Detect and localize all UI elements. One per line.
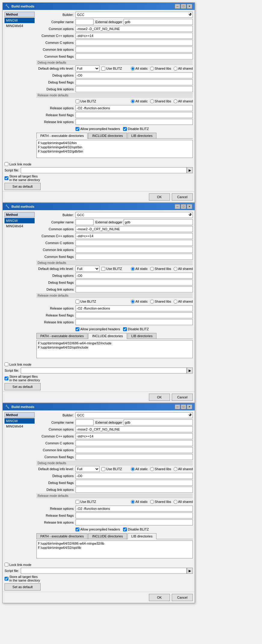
- release-fixed-flags-input[interactable]: [76, 312, 193, 318]
- use-blitz-debug-input[interactable]: [101, 67, 105, 71]
- path-item[interactable]: F:\upp\bin\mingw64/32/i686-w64-mingw32/i…: [37, 341, 192, 345]
- compiler-name-input[interactable]: [76, 19, 94, 25]
- release-shared-libs[interactable]: Shared libs: [150, 500, 171, 504]
- cancel-button[interactable]: Cancel: [172, 594, 193, 601]
- set-default-button[interactable]: Set as default: [5, 183, 41, 190]
- tab-lib-directories[interactable]: LIB directories: [128, 333, 156, 339]
- tab-path---executable-directories[interactable]: PATH - executable directories: [36, 333, 88, 339]
- script-file-input[interactable]: [21, 568, 187, 574]
- debug-options-input[interactable]: [76, 473, 193, 479]
- release-all-static[interactable]: All static: [131, 99, 148, 103]
- tab-path---executable-directories[interactable]: PATH - executable directories: [36, 533, 88, 539]
- script-browse-button[interactable]: ▶: [187, 568, 193, 574]
- debug-all-shared[interactable]: All shared: [174, 67, 193, 71]
- release-options-input[interactable]: [76, 305, 193, 311]
- store-target-checkbox[interactable]: Store all target filesin the same direct…: [5, 375, 40, 382]
- external-debugger-input[interactable]: [124, 19, 193, 25]
- store-target-input[interactable]: [5, 176, 8, 180]
- release-shared-libs[interactable]: Shared libs: [150, 99, 171, 103]
- minimize-button[interactable]: ─: [175, 4, 180, 9]
- release-shared-libs[interactable]: Shared libs: [150, 300, 171, 304]
- allow-precompiled-input[interactable]: [76, 327, 79, 331]
- debug-all-shared[interactable]: All shared: [174, 267, 193, 271]
- debug-shared-libs[interactable]: Shared libs: [150, 467, 171, 471]
- disable-blitz-checkbox[interactable]: Disable BLITZ: [123, 127, 149, 131]
- debug-options-input[interactable]: [76, 273, 193, 279]
- lock-link-mode-checkbox[interactable]: Lock link mode: [5, 563, 31, 567]
- tab-include-directories[interactable]: INCLUDE directories: [88, 533, 127, 539]
- maximize-button[interactable]: □: [181, 404, 186, 409]
- debug-link-options-input[interactable]: [76, 286, 193, 292]
- use-blitz-debug-checkbox[interactable]: Use BLITZ: [101, 467, 122, 471]
- method-item-mingw[interactable]: MINGW: [5, 218, 35, 223]
- tab-path---executable-directories[interactable]: PATH - executable directories: [36, 133, 88, 139]
- minimize-button[interactable]: ─: [175, 204, 180, 209]
- release-all-shared[interactable]: All shared: [174, 99, 193, 103]
- use-blitz-debug-input[interactable]: [101, 467, 105, 471]
- debug-fixed-flags-input[interactable]: [76, 280, 193, 286]
- script-file-input[interactable]: [21, 167, 187, 173]
- path-item[interactable]: F:\upp\bin\mingw64/32/opt/include: [37, 345, 192, 349]
- common-fixed-flags-input[interactable]: [76, 254, 193, 260]
- common-link-options-input[interactable]: [76, 47, 193, 53]
- tab-include-directories[interactable]: INCLUDE directories: [88, 333, 127, 339]
- maximize-button[interactable]: □: [181, 4, 186, 9]
- common-c-options-input[interactable]: [76, 440, 193, 446]
- debug-shared-libs[interactable]: Shared libs: [150, 67, 171, 71]
- debug-shared-libs[interactable]: Shared libs: [150, 267, 171, 271]
- release-all-static[interactable]: All static: [131, 300, 148, 304]
- path-item[interactable]: F:\upp\bin\mingw64/32/gdb/bin: [37, 149, 192, 153]
- method-item-mingwx64[interactable]: MINGWx64: [5, 424, 35, 429]
- debug-fixed-flags-input[interactable]: [76, 79, 193, 85]
- debug-options-input[interactable]: [76, 72, 193, 78]
- release-all-shared[interactable]: All shared: [174, 300, 193, 304]
- use-blitz-release-input[interactable]: [76, 300, 79, 304]
- disable-blitz-input[interactable]: [123, 528, 127, 531]
- debug-fixed-flags-input[interactable]: [76, 480, 193, 486]
- external-debugger-input[interactable]: [124, 219, 193, 225]
- use-blitz-release-checkbox[interactable]: Use BLITZ: [76, 500, 96, 504]
- method-item-mingwx64[interactable]: MINGWx64: [5, 223, 35, 229]
- release-all-shared[interactable]: All shared: [174, 500, 193, 504]
- script-file-input[interactable]: [21, 367, 187, 373]
- common-cpp-options-input[interactable]: [76, 233, 193, 239]
- script-browse-button[interactable]: ▶: [187, 367, 193, 373]
- use-blitz-release-checkbox[interactable]: Use BLITZ: [76, 300, 96, 304]
- close-button[interactable]: ✕: [187, 204, 192, 209]
- store-target-input[interactable]: [5, 577, 8, 581]
- use-blitz-debug-checkbox[interactable]: Use BLITZ: [101, 67, 122, 71]
- path-item[interactable]: F:\upp\bin\mingw64/32/bin: [37, 141, 192, 145]
- use-blitz-debug-checkbox[interactable]: Use BLITZ: [101, 267, 122, 271]
- common-c-options-input[interactable]: [76, 240, 193, 246]
- builder-select[interactable]: GCC: [76, 212, 193, 218]
- debug-all-static[interactable]: All static: [131, 267, 148, 271]
- lock-link-mode-input[interactable]: [5, 563, 8, 567]
- path-item[interactable]: F:\upp\bin\mingw64/32/opt/bin: [37, 145, 192, 149]
- allow-precompiled-checkbox[interactable]: Allow precompiled headers: [76, 528, 120, 531]
- allow-precompiled-checkbox[interactable]: Allow precompiled headers: [76, 127, 120, 131]
- tab-lib-directories[interactable]: LIB directories: [128, 133, 156, 138]
- release-link-options-input[interactable]: [76, 319, 193, 325]
- common-c-options-input[interactable]: [76, 40, 193, 46]
- use-blitz-release-input[interactable]: [76, 99, 79, 103]
- debug-link-options-input[interactable]: [76, 487, 193, 493]
- common-options-input[interactable]: [76, 26, 193, 32]
- external-debugger-input[interactable]: [124, 419, 193, 425]
- set-default-button[interactable]: Set as default: [5, 383, 41, 390]
- store-target-input[interactable]: [5, 376, 8, 380]
- set-default-button[interactable]: Set as default: [5, 583, 41, 591]
- allow-precompiled-input[interactable]: [76, 127, 79, 131]
- use-blitz-release-input[interactable]: [76, 500, 79, 504]
- lock-link-mode-input[interactable]: [5, 362, 8, 366]
- disable-blitz-checkbox[interactable]: Disable BLITZ: [123, 528, 149, 531]
- use-blitz-release-checkbox[interactable]: Use BLITZ: [76, 99, 96, 103]
- path-item[interactable]: F:\upp\bin\mingw64/32/opt/lib: [37, 546, 192, 550]
- common-link-options-input[interactable]: [76, 247, 193, 253]
- debug-all-shared[interactable]: All shared: [174, 467, 193, 471]
- debug-info-select[interactable]: Full: [76, 65, 100, 71]
- release-fixed-flags-input[interactable]: [76, 112, 193, 118]
- cancel-button[interactable]: Cancel: [172, 193, 193, 201]
- release-fixed-flags-input[interactable]: [76, 512, 193, 519]
- release-link-options-input[interactable]: [76, 119, 193, 125]
- allow-precompiled-input[interactable]: [76, 528, 79, 531]
